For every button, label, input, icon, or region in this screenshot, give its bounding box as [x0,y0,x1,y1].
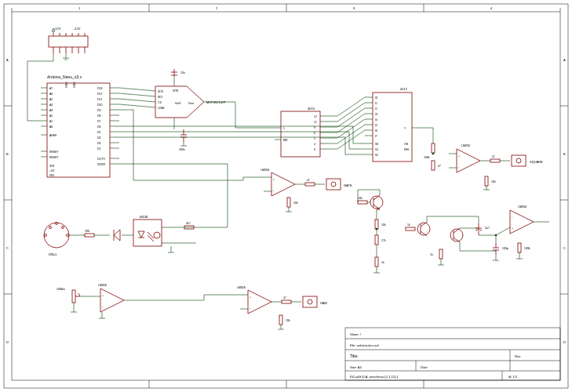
svg-text:6: 6 [314,132,315,135]
midi-in: DIN-5 200 6N138 4k7 [44,216,196,256]
svg-text:Vout: Vout [188,102,194,105]
svg-text:Rev:: Rev: [515,354,521,358]
svg-text:D7: D7 [97,120,101,123]
svg-line-316 [119,88,155,91]
svg-text:D9: D9 [97,109,101,112]
svg-text:1: 1 [283,127,285,130]
svg-text:GND: GND [65,82,68,88]
svg-text:10k: 10k [293,201,298,205]
svg-rect-278 [375,257,378,267]
svg-point-240 [44,223,69,248]
svg-text:A: A [6,58,9,62]
power-header: +12V -12V [49,27,88,60]
svg-text:A2: A2 [49,114,53,118]
svg-rect-274 [375,220,378,229]
svg-marker-251 [114,230,120,241]
arduino-nano: Arduino_Nano_v3.x A7A6A5A4A3A2A1A0AREFRE… [41,74,119,177]
svg-text:SQUARE: SQUARE [530,160,543,164]
svg-point-184 [516,158,521,163]
svg-point-242 [67,234,69,237]
svg-text:LM358: LM358 [518,205,526,209]
svg-text:+: + [250,296,251,299]
svg-rect-218 [282,300,291,303]
svg-text:Title:: Title: [350,354,359,358]
svg-text:VIN: VIN [49,174,54,177]
svg-rect-288 [406,227,415,230]
svg-text:A0: A0 [49,125,53,129]
svg-text:File: arduino-dco.sch: File: arduino-dco.sch [350,343,379,347]
svg-text:1: 1 [78,6,81,10]
svg-text:D13: D13 [97,87,102,90]
svg-point-258 [154,232,160,238]
svg-text:I1: I1 [375,102,377,105]
svg-text:-: - [512,216,513,219]
svg-text:D: D [6,340,9,344]
svg-text:DIN-5: DIN-5 [49,252,57,256]
svg-text:I5: I5 [375,124,377,127]
frame-outer [4,4,568,388]
svg-text:-: - [273,189,275,192]
svg-text:10k: 10k [381,223,386,227]
svg-text:D3: D3 [97,142,101,145]
svg-text:+: + [273,178,275,181]
svg-text:I3: I3 [375,113,377,116]
svg-line-318 [119,99,155,102]
svg-text:SAW: SAW [320,301,327,305]
svg-rect-204 [326,179,341,190]
svg-text:47: 47 [283,296,286,299]
svg-text:OE: OE [404,143,409,146]
svg-text:-: - [250,307,251,310]
svg-text:GATE: GATE [344,183,352,187]
svg-text:LM358: LM358 [461,144,470,147]
svg-text:I0: I0 [375,96,377,100]
svg-point-244 [62,227,64,229]
svg-rect-190 [485,176,488,186]
svg-text:D2: D2 [97,147,101,151]
svg-marker-194 [271,172,295,196]
svg-rect-224 [279,315,282,325]
svg-text:4024: 4024 [308,107,315,111]
svg-text:100n: 100n [179,148,185,151]
svg-text:CS: CS [158,101,162,104]
svg-point-322 [432,153,435,155]
svg-text:D5: D5 [97,131,101,134]
svg-text:LM358: LM358 [260,169,269,172]
svg-text:5: 5 [314,137,315,140]
svg-text:D4: D4 [97,136,101,140]
svg-point-321 [495,234,497,237]
svg-point-243 [49,227,52,229]
svg-text:I7: I7 [375,135,377,138]
svg-text:Arduino_Nano_v3.x: Arduino_Nano_v3.x [47,74,82,79]
svg-line-257 [148,235,154,241]
svg-text:100klin: 100klin [56,288,65,291]
svg-text:KiCad E.D.A. eeschema (5.1.12): KiCad E.D.A. eeschema (5.1.12)-1 [350,375,399,379]
svg-text:MR: MR [283,139,288,142]
svg-text:+: + [512,227,513,230]
title-block: Sheet: / File: arduino-dco.sch Title: Si… [345,328,560,380]
svg-text:A3: A3 [49,109,53,112]
svg-marker-303 [510,210,534,234]
svg-text:B: B [6,152,9,156]
svg-text:100k: 100k [424,156,430,159]
svg-text:B: B [563,152,566,156]
svg-text:4: 4 [314,143,315,146]
svg-text:GND: GND [73,82,76,88]
svg-rect-276 [375,235,378,245]
svg-text:LM358: LM358 [98,284,107,287]
svg-text:100p: 100p [502,247,508,250]
svg-rect-301 [518,243,521,252]
svg-rect-188 [432,161,435,170]
svg-rect-323 [345,328,560,380]
svg-text:D0/RX: D0/RX [97,163,106,166]
op-square: LM358 +- 47 SQUARE 100k 47 10k [424,143,543,190]
svg-text:10k: 10k [286,319,290,322]
svg-text:4512: 4512 [400,87,408,91]
svg-text:12: 12 [314,115,317,118]
op-gate: LM358 +- 47 GATE 10k [260,169,352,212]
svg-text:27k: 27k [381,239,386,242]
svg-text:I4: I4 [375,118,377,122]
svg-text:SDI: SDI [158,96,162,99]
svg-text:C: C [6,246,9,250]
svg-text:4k7: 4k7 [186,222,191,225]
svg-point-205 [331,182,336,187]
